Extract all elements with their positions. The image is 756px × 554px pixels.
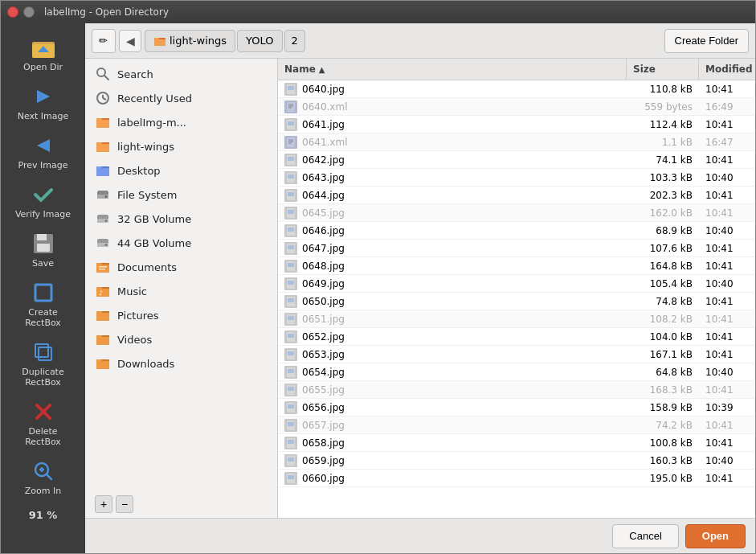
arrow-right-icon [31, 84, 56, 109]
table-row[interactable]: 0647.jpg107.6 kB10:41 [278, 240, 755, 257]
verify-image-button[interactable]: Verify Image [7, 177, 80, 224]
table-row[interactable]: 0641.xml1.1 kB16:47 [278, 133, 755, 151]
cancel-button[interactable]: Cancel [612, 524, 678, 548]
table-row[interactable]: 0644.jpg202.3 kB10:41 [278, 187, 755, 204]
sidebar-item-desktop[interactable]: Desktop [85, 158, 277, 183]
table-row[interactable]: 0655.jpg168.3 kB10:41 [278, 381, 755, 399]
delete-red-icon [31, 399, 56, 425]
delete-rectbox-button[interactable]: Delete RectBox [7, 394, 80, 452]
table-row[interactable]: 0656.jpg158.9 kB10:39 [278, 399, 755, 417]
column-size-header[interactable]: Size [627, 59, 699, 80]
sidebar-item-downloads[interactable]: Downloads [85, 351, 277, 375]
main-window: labelImg - Open Directory Open Dir [0, 0, 756, 554]
file-icon [284, 401, 297, 414]
table-row[interactable]: 0657.jpg74.2 kB10:41 [278, 417, 755, 434]
svg-rect-104 [288, 422, 294, 426]
column-name-header[interactable]: Name ▲ [278, 59, 627, 80]
svg-line-24 [103, 98, 106, 100]
table-row[interactable]: 0641.jpg112.4 kB10:41 [278, 116, 755, 133]
file-name-text: 0648.jpg [302, 261, 345, 272]
svg-point-36 [105, 195, 108, 198]
sidebar-item-music[interactable]: ♪ Music [85, 279, 277, 303]
table-row[interactable]: 0660.jpg195.0 kB10:41 [278, 470, 755, 487]
table-row[interactable]: 0651.jpg108.2 kB10:41 [278, 310, 755, 328]
file-size-text: 68.9 kB [627, 225, 699, 236]
sidebar-item-pictures[interactable]: Pictures [85, 303, 277, 327]
svg-rect-7 [37, 244, 50, 252]
file-list-scroll[interactable]: 0640.jpg110.8 kB10:410640.xml559 bytes16… [278, 80, 755, 518]
file-icon [284, 118, 297, 131]
table-row[interactable]: 0645.jpg162.0 kB10:41 [278, 204, 755, 222]
table-row[interactable]: 0659.jpg160.3 kB10:40 [278, 452, 755, 470]
file-icon [284, 419, 297, 432]
sidebar-item-light-wings[interactable]: light-wings [85, 134, 277, 158]
table-row[interactable]: 0643.jpg103.3 kB10:40 [278, 169, 755, 187]
table-row[interactable]: 0658.jpg100.8 kB10:41 [278, 434, 755, 452]
sidebar-item-filesystem[interactable]: File System [85, 183, 277, 207]
file-icon [284, 330, 297, 343]
breadcrumb: light-wings YOLO 2 [145, 30, 661, 52]
file-size-text: 162.0 kB [627, 207, 699, 219]
breadcrumb-light-wings[interactable]: light-wings [145, 30, 235, 52]
pencil-button[interactable]: ✏ [92, 29, 116, 53]
back-arrow-icon: ◀ [126, 35, 135, 47]
save-button[interactable]: Save [7, 226, 80, 273]
column-modified-header[interactable]: Modified [699, 59, 755, 80]
file-size-text: 168.3 kB [627, 384, 699, 396]
file-name-text: 0653.jpg [302, 349, 345, 360]
table-row[interactable]: 0653.jpg167.1 kB10:41 [278, 346, 755, 363]
sidebar-item-labelimg[interactable]: labelImg-m... [85, 110, 277, 134]
file-list-container: Name ▲ Size Modified 0640.jpg110.8 kB10:… [278, 59, 755, 518]
add-bookmark-button[interactable]: + [95, 495, 112, 513]
zoom-in-button[interactable]: Zoom In [7, 453, 80, 501]
file-name-text: 0643.jpg [302, 172, 345, 183]
prev-image-button[interactable]: Prev Image [7, 128, 80, 175]
minimize-button[interactable] [23, 6, 35, 18]
table-row[interactable]: 0648.jpg164.8 kB10:41 [278, 257, 755, 275]
sidebar-item-videos[interactable]: Videos [85, 327, 277, 351]
file-modified-text: 10:41 [699, 437, 755, 449]
svg-rect-19 [154, 38, 159, 40]
close-button[interactable] [7, 6, 18, 18]
open-button[interactable]: Open [685, 524, 746, 548]
create-folder-button[interactable]: Create Folder [664, 29, 749, 53]
file-modified-text: 10:40 [699, 367, 755, 378]
next-image-button[interactable]: Next Image [7, 79, 80, 126]
svg-rect-10 [39, 347, 51, 360]
main-content: Search Recently Used [85, 59, 755, 518]
svg-rect-68 [288, 121, 294, 125]
svg-rect-53 [96, 313, 109, 321]
remove-bookmark-button[interactable]: − [116, 495, 133, 513]
sort-arrow-icon: ▲ [319, 65, 325, 74]
breadcrumb-count[interactable]: 2 [284, 30, 305, 52]
sidebar-item-32gb[interactable]: 32 GB Volume [85, 207, 277, 231]
table-row[interactable]: 0650.jpg74.8 kB10:41 [278, 293, 755, 310]
file-icon [284, 348, 297, 361]
table-row[interactable]: 0654.jpg64.8 kB10:40 [278, 363, 755, 381]
svg-rect-88 [288, 281, 294, 285]
table-row[interactable]: 0640.xml559 bytes16:49 [278, 98, 755, 116]
file-name-text: 0656.jpg [302, 402, 345, 413]
table-row[interactable]: 0640.jpg110.8 kB10:41 [278, 80, 755, 98]
back-button[interactable]: ◀ [119, 30, 141, 52]
table-row[interactable]: 0642.jpg74.1 kB10:41 [278, 151, 755, 169]
breadcrumb-yolo[interactable]: YOLO [237, 30, 282, 52]
sidebar-item-recently-used[interactable]: Recently Used [85, 86, 277, 110]
svg-rect-74 [288, 157, 294, 161]
folder-pictures-icon [95, 307, 111, 323]
duplicate-rectbox-button[interactable]: Duplicate RectBox [7, 334, 80, 392]
sidebar-item-search[interactable]: Search [85, 62, 277, 86]
create-rectbox-button[interactable]: Create RectBox [7, 275, 80, 333]
svg-rect-80 [288, 210, 294, 214]
file-size-text: 158.9 kB [627, 402, 699, 413]
table-row[interactable]: 0652.jpg104.0 kB10:41 [278, 328, 755, 346]
duplicate-icon [31, 339, 56, 365]
svg-rect-96 [288, 351, 294, 355]
sidebar-item-44gb[interactable]: 44 GB Volume [85, 231, 277, 255]
table-row[interactable]: 0646.jpg68.9 kB10:40 [278, 222, 755, 240]
sidebar-item-documents[interactable]: Documents [85, 255, 277, 279]
table-row[interactable]: 0649.jpg105.4 kB10:40 [278, 275, 755, 293]
clock-icon [95, 90, 111, 106]
create-rectbox-label: Create RectBox [14, 307, 73, 328]
open-dir-button[interactable]: Open Dir [7, 30, 80, 77]
